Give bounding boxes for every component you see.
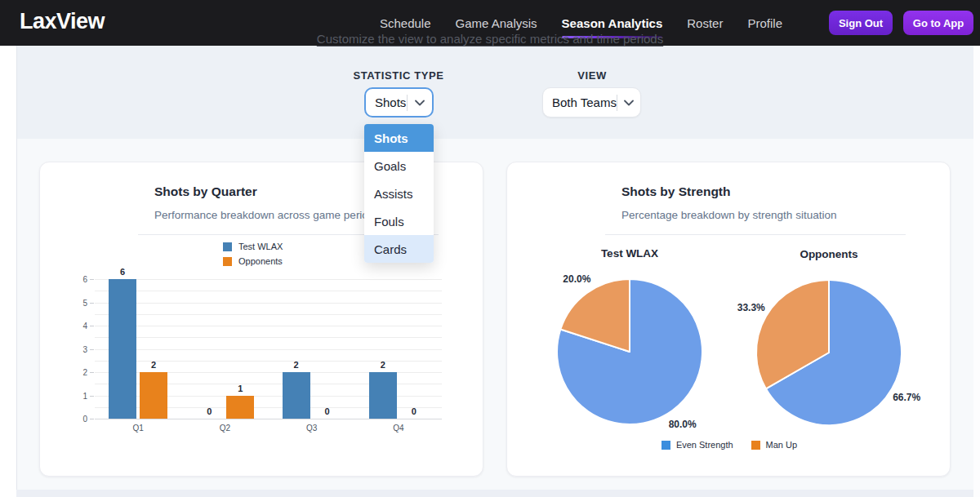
legend-item: Man Up: [751, 440, 798, 450]
scrollbar[interactable]: [973, 46, 980, 497]
y-axis-label: 1: [63, 392, 87, 401]
nav-link-game-analysis[interactable]: Game Analysis: [456, 13, 537, 33]
legend-swatch: [662, 441, 670, 450]
menu-option-assists[interactable]: Assists: [364, 180, 434, 207]
bar-value-label: 0: [199, 406, 219, 416]
bar-value-label: 2: [287, 360, 306, 370]
pie-legend: Even StrengthMan Up: [507, 440, 951, 450]
nav-link-roster[interactable]: Roster: [687, 13, 723, 33]
nav-link-schedule[interactable]: Schedule: [380, 13, 431, 33]
pie-charts: Test WLAX80.0%20.0%Opponents66.7%33.3%Ev…: [507, 162, 951, 477]
legend-swatch: [223, 242, 232, 251]
nav-link-profile[interactable]: Profile: [747, 13, 782, 33]
legend-label: Man Up: [766, 440, 798, 450]
menu-option-cards[interactable]: Cards: [364, 235, 434, 263]
sign-out-button[interactable]: Sign Out: [829, 11, 893, 35]
bar: [109, 279, 136, 419]
y-axis-tick: [90, 279, 94, 280]
statistic-type-select[interactable]: Shots: [364, 87, 434, 118]
menu-option-goals[interactable]: Goals: [364, 152, 434, 180]
pie-chart-test-wlax: [548, 270, 711, 433]
legend-label: Opponents: [238, 256, 283, 266]
y-axis-tick: [90, 419, 94, 419]
bar-grid-line: [95, 291, 442, 291]
nav-links: ScheduleGame AnalysisSeason AnalyticsRos…: [380, 0, 782, 46]
legend-label: Test WLAX: [238, 242, 283, 251]
bar-value-label: 6: [113, 267, 132, 277]
chevron-down-icon: [617, 100, 640, 106]
x-axis-label: Q2: [208, 424, 241, 433]
bar: [369, 372, 397, 419]
x-axis-label: Q1: [122, 424, 154, 433]
bar-grid-line: [95, 349, 442, 350]
y-axis-tick: [90, 349, 94, 350]
menu-option-fouls[interactable]: Fouls: [364, 207, 434, 235]
y-axis-label: 5: [63, 299, 87, 308]
navbar: LaxView ScheduleGame AnalysisSeason Anal…: [0, 0, 980, 46]
legend-label: Even Strength: [676, 440, 733, 450]
bar: [226, 396, 254, 419]
y-axis-tick: [90, 326, 94, 326]
bar-legend-item: Opponents: [223, 256, 283, 266]
go-to-app-button[interactable]: Go to App: [903, 11, 973, 35]
bar-value-label: 1: [230, 384, 250, 393]
statistic-type-value: Shots: [366, 95, 407, 109]
statistic-type-label: STATISTIC TYPE: [325, 69, 472, 82]
section-bottom-edge: [16, 490, 973, 497]
menu-option-shots[interactable]: Shots: [364, 124, 434, 152]
bar: [140, 372, 167, 419]
bar-value-label: 0: [318, 406, 337, 416]
pie-chart-opponents: [747, 271, 911, 434]
y-axis-tick: [90, 303, 94, 304]
legend-swatch: [751, 441, 760, 450]
shots-by-strength-card: Shots by Strength Percentage breakdown b…: [506, 162, 951, 477]
x-axis-label: Q3: [296, 424, 328, 433]
legend-item: Even Strength: [662, 440, 733, 450]
y-axis-tick: [90, 396, 94, 397]
pie-title: Opponents: [772, 248, 886, 260]
x-axis-label: Q4: [382, 424, 415, 433]
legend-swatch: [223, 257, 232, 266]
y-axis-label: 0: [63, 415, 87, 424]
view-select[interactable]: Both Teams: [542, 87, 641, 118]
bar-value-label: 2: [373, 360, 393, 370]
bar-grid-line: [95, 337, 442, 338]
controls-section-background: [16, 46, 973, 139]
pie-title: Test WLAX: [572, 247, 687, 260]
bar-grid-line: [95, 314, 442, 315]
bar-grid-line: [95, 326, 442, 326]
view-value: Both Teams: [543, 95, 617, 109]
app-logo[interactable]: LaxView: [20, 9, 105, 34]
bar-grid-line: [95, 303, 442, 304]
y-axis-label: 6: [63, 275, 87, 284]
y-axis-tick: [90, 372, 94, 373]
bar-legend-item: Test WLAX: [223, 242, 283, 251]
bar-grid-line: [95, 279, 442, 280]
y-axis-label: 3: [63, 345, 87, 354]
chevron-down-icon: [408, 100, 432, 106]
view-label: VIEW: [543, 69, 641, 82]
bar-value-label: 2: [144, 360, 163, 370]
y-axis-label: 2: [63, 368, 87, 377]
statistic-type-dropdown-menu: ShotsGoalsAssistsFoulsCards: [364, 124, 434, 263]
nav-link-season-analytics[interactable]: Season Analytics: [562, 13, 663, 33]
bar-value-label: 0: [404, 406, 424, 416]
x-axis-line: [95, 419, 442, 419]
bar: [283, 372, 310, 419]
y-axis-label: 4: [63, 322, 87, 331]
